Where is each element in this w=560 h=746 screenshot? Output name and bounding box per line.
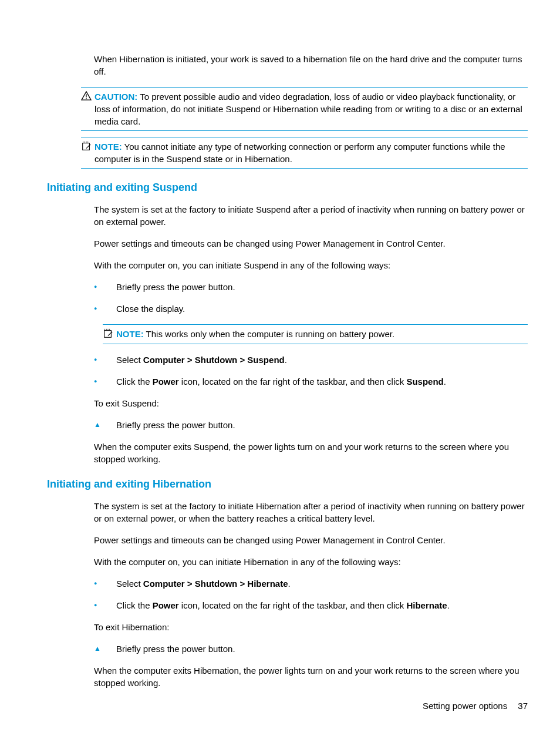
caution-label: CAUTION: [95,92,137,102]
suspend-exit-p: When the computer exits Suspend, the pow… [94,441,528,465]
intro-paragraph: When Hibernation is initiated, your work… [94,53,528,78]
suspend-bullet-1: Briefly press the power button. [94,281,528,293]
suspend-note-text: This works only when the computer is run… [146,329,395,339]
suspend-note-label: NOTE: [116,329,144,339]
note-label-1: NOTE: [95,142,122,152]
suspend-heading: Initiating and exiting Suspend [47,182,528,194]
hibernate-bullet-1: Select Computer > Shutdown > Hibernate. [94,577,528,590]
suspend-exit-bullet: Briefly press the power button. [94,419,528,431]
hibernate-heading: Initiating and exiting Hibernation [47,478,528,490]
hibernate-p3: With the computer on, you can initiate H… [94,556,528,568]
caution-icon [81,91,93,102]
footer-section: Setting power options [423,701,507,711]
hibernate-bullet-2: Click the Power icon, located on the far… [94,599,528,611]
note-text-1: You cannot initiate any type of networki… [95,142,505,164]
suspend-p2: Power settings and timeouts can be chang… [94,237,528,250]
svg-point-1 [86,98,87,99]
footer-page-number: 37 [518,701,528,711]
page-footer: Setting power options 37 [423,701,528,711]
suspend-bullet-2: Close the display. [94,303,528,315]
caution-text: To prevent possible audio and video degr… [95,92,522,126]
hibernate-exit-p: When the computer exits Hibernation, the… [94,664,528,689]
hibernate-exit-bullet: Briefly press the power button. [94,643,528,655]
caution-callout: CAUTION: To prevent possible audio and v… [81,87,528,131]
suspend-inner-note: NOTE: This works only when the computer … [103,324,528,344]
hibernate-exit-label: To exit Hibernation: [94,621,528,633]
suspend-bullet-4: Click the Power icon, located on the far… [94,375,528,388]
note-icon [81,141,93,153]
suspend-exit-label: To exit Suspend: [94,397,528,409]
note-callout-1: NOTE: You cannot initiate any type of ne… [81,137,528,169]
note-icon [103,328,114,341]
suspend-p1: The system is set at the factory to init… [94,203,528,228]
suspend-p3: With the computer on, you can initiate S… [94,259,528,271]
hibernate-p2: Power settings and timeouts can be chang… [94,534,528,546]
hibernate-p1: The system is set at the factory to init… [94,500,528,525]
suspend-bullet-3: Select Computer > Shutdown > Suspend. [94,354,528,366]
